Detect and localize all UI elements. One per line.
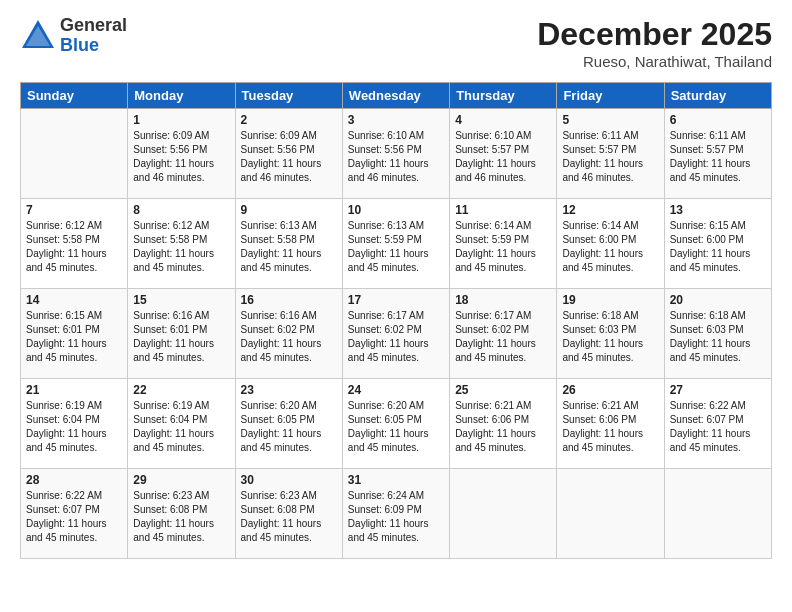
cell-info: Sunrise: 6:18 AM Sunset: 6:03 PM Dayligh… [670, 309, 766, 365]
calendar-cell: 9Sunrise: 6:13 AM Sunset: 5:58 PM Daylig… [235, 199, 342, 289]
calendar-cell: 16Sunrise: 6:16 AM Sunset: 6:02 PM Dayli… [235, 289, 342, 379]
cell-info: Sunrise: 6:11 AM Sunset: 5:57 PM Dayligh… [562, 129, 658, 185]
calendar-week-row: 28Sunrise: 6:22 AM Sunset: 6:07 PM Dayli… [21, 469, 772, 559]
calendar-week-row: 7Sunrise: 6:12 AM Sunset: 5:58 PM Daylig… [21, 199, 772, 289]
calendar-week-row: 14Sunrise: 6:15 AM Sunset: 6:01 PM Dayli… [21, 289, 772, 379]
calendar-cell: 27Sunrise: 6:22 AM Sunset: 6:07 PM Dayli… [664, 379, 771, 469]
logo: General Blue [20, 16, 127, 56]
day-number: 22 [133, 383, 229, 397]
calendar-cell [450, 469, 557, 559]
cell-info: Sunrise: 6:16 AM Sunset: 6:01 PM Dayligh… [133, 309, 229, 365]
calendar-cell: 19Sunrise: 6:18 AM Sunset: 6:03 PM Dayli… [557, 289, 664, 379]
calendar-cell: 5Sunrise: 6:11 AM Sunset: 5:57 PM Daylig… [557, 109, 664, 199]
day-number: 2 [241, 113, 337, 127]
cell-info: Sunrise: 6:15 AM Sunset: 6:00 PM Dayligh… [670, 219, 766, 275]
weekday-header: Saturday [664, 83, 771, 109]
cell-info: Sunrise: 6:19 AM Sunset: 6:04 PM Dayligh… [133, 399, 229, 455]
calendar-cell: 26Sunrise: 6:21 AM Sunset: 6:06 PM Dayli… [557, 379, 664, 469]
cell-info: Sunrise: 6:10 AM Sunset: 5:57 PM Dayligh… [455, 129, 551, 185]
title-block: December 2025 Rueso, Narathiwat, Thailan… [537, 16, 772, 70]
cell-info: Sunrise: 6:22 AM Sunset: 6:07 PM Dayligh… [670, 399, 766, 455]
cell-info: Sunrise: 6:14 AM Sunset: 5:59 PM Dayligh… [455, 219, 551, 275]
calendar-cell: 29Sunrise: 6:23 AM Sunset: 6:08 PM Dayli… [128, 469, 235, 559]
day-number: 14 [26, 293, 122, 307]
day-number: 24 [348, 383, 444, 397]
cell-info: Sunrise: 6:17 AM Sunset: 6:02 PM Dayligh… [348, 309, 444, 365]
day-number: 20 [670, 293, 766, 307]
logo-text: General Blue [60, 16, 127, 56]
calendar-cell: 2Sunrise: 6:09 AM Sunset: 5:56 PM Daylig… [235, 109, 342, 199]
day-number: 16 [241, 293, 337, 307]
logo-icon [20, 18, 56, 54]
cell-info: Sunrise: 6:10 AM Sunset: 5:56 PM Dayligh… [348, 129, 444, 185]
day-number: 11 [455, 203, 551, 217]
calendar-cell: 30Sunrise: 6:23 AM Sunset: 6:08 PM Dayli… [235, 469, 342, 559]
day-number: 9 [241, 203, 337, 217]
calendar-cell: 3Sunrise: 6:10 AM Sunset: 5:56 PM Daylig… [342, 109, 449, 199]
calendar-cell: 28Sunrise: 6:22 AM Sunset: 6:07 PM Dayli… [21, 469, 128, 559]
day-number: 28 [26, 473, 122, 487]
calendar-cell: 15Sunrise: 6:16 AM Sunset: 6:01 PM Dayli… [128, 289, 235, 379]
day-number: 10 [348, 203, 444, 217]
day-number: 6 [670, 113, 766, 127]
day-number: 21 [26, 383, 122, 397]
page-header: General Blue December 2025 Rueso, Narath… [20, 16, 772, 70]
logo-blue: Blue [60, 36, 127, 56]
cell-info: Sunrise: 6:20 AM Sunset: 6:05 PM Dayligh… [348, 399, 444, 455]
day-number: 23 [241, 383, 337, 397]
cell-info: Sunrise: 6:13 AM Sunset: 5:59 PM Dayligh… [348, 219, 444, 275]
cell-info: Sunrise: 6:09 AM Sunset: 5:56 PM Dayligh… [241, 129, 337, 185]
cell-info: Sunrise: 6:20 AM Sunset: 6:05 PM Dayligh… [241, 399, 337, 455]
day-number: 5 [562, 113, 658, 127]
weekday-header: Tuesday [235, 83, 342, 109]
cell-info: Sunrise: 6:19 AM Sunset: 6:04 PM Dayligh… [26, 399, 122, 455]
calendar-cell [557, 469, 664, 559]
calendar-cell: 20Sunrise: 6:18 AM Sunset: 6:03 PM Dayli… [664, 289, 771, 379]
day-number: 27 [670, 383, 766, 397]
calendar-cell: 25Sunrise: 6:21 AM Sunset: 6:06 PM Dayli… [450, 379, 557, 469]
calendar-cell: 18Sunrise: 6:17 AM Sunset: 6:02 PM Dayli… [450, 289, 557, 379]
calendar-cell: 13Sunrise: 6:15 AM Sunset: 6:00 PM Dayli… [664, 199, 771, 289]
calendar-cell: 6Sunrise: 6:11 AM Sunset: 5:57 PM Daylig… [664, 109, 771, 199]
calendar-cell: 4Sunrise: 6:10 AM Sunset: 5:57 PM Daylig… [450, 109, 557, 199]
calendar-cell: 8Sunrise: 6:12 AM Sunset: 5:58 PM Daylig… [128, 199, 235, 289]
day-number: 18 [455, 293, 551, 307]
logo-general: General [60, 16, 127, 36]
day-number: 8 [133, 203, 229, 217]
calendar-cell: 17Sunrise: 6:17 AM Sunset: 6:02 PM Dayli… [342, 289, 449, 379]
day-number: 25 [455, 383, 551, 397]
calendar-cell: 10Sunrise: 6:13 AM Sunset: 5:59 PM Dayli… [342, 199, 449, 289]
weekday-header: Thursday [450, 83, 557, 109]
day-number: 4 [455, 113, 551, 127]
calendar-week-row: 1Sunrise: 6:09 AM Sunset: 5:56 PM Daylig… [21, 109, 772, 199]
day-number: 19 [562, 293, 658, 307]
cell-info: Sunrise: 6:12 AM Sunset: 5:58 PM Dayligh… [26, 219, 122, 275]
calendar-cell: 21Sunrise: 6:19 AM Sunset: 6:04 PM Dayli… [21, 379, 128, 469]
day-number: 3 [348, 113, 444, 127]
calendar-cell: 31Sunrise: 6:24 AM Sunset: 6:09 PM Dayli… [342, 469, 449, 559]
cell-info: Sunrise: 6:13 AM Sunset: 5:58 PM Dayligh… [241, 219, 337, 275]
calendar-table: SundayMondayTuesdayWednesdayThursdayFrid… [20, 82, 772, 559]
weekday-header-row: SundayMondayTuesdayWednesdayThursdayFrid… [21, 83, 772, 109]
weekday-header: Monday [128, 83, 235, 109]
calendar-cell: 22Sunrise: 6:19 AM Sunset: 6:04 PM Dayli… [128, 379, 235, 469]
weekday-header: Friday [557, 83, 664, 109]
day-number: 31 [348, 473, 444, 487]
calendar-cell: 14Sunrise: 6:15 AM Sunset: 6:01 PM Dayli… [21, 289, 128, 379]
calendar-cell: 1Sunrise: 6:09 AM Sunset: 5:56 PM Daylig… [128, 109, 235, 199]
cell-info: Sunrise: 6:18 AM Sunset: 6:03 PM Dayligh… [562, 309, 658, 365]
cell-info: Sunrise: 6:11 AM Sunset: 5:57 PM Dayligh… [670, 129, 766, 185]
cell-info: Sunrise: 6:15 AM Sunset: 6:01 PM Dayligh… [26, 309, 122, 365]
cell-info: Sunrise: 6:23 AM Sunset: 6:08 PM Dayligh… [133, 489, 229, 545]
day-number: 26 [562, 383, 658, 397]
day-number: 7 [26, 203, 122, 217]
calendar-week-row: 21Sunrise: 6:19 AM Sunset: 6:04 PM Dayli… [21, 379, 772, 469]
day-number: 30 [241, 473, 337, 487]
calendar-cell: 12Sunrise: 6:14 AM Sunset: 6:00 PM Dayli… [557, 199, 664, 289]
cell-info: Sunrise: 6:12 AM Sunset: 5:58 PM Dayligh… [133, 219, 229, 275]
day-number: 15 [133, 293, 229, 307]
calendar-cell: 7Sunrise: 6:12 AM Sunset: 5:58 PM Daylig… [21, 199, 128, 289]
calendar-cell: 24Sunrise: 6:20 AM Sunset: 6:05 PM Dayli… [342, 379, 449, 469]
calendar-cell [21, 109, 128, 199]
day-number: 1 [133, 113, 229, 127]
